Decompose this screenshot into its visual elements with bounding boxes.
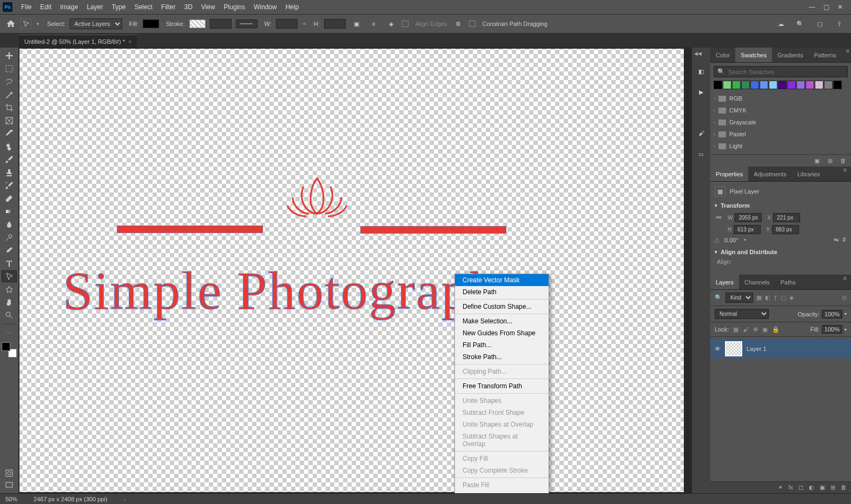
new-layer-icon[interactable]: ⊞: [830, 484, 835, 491]
height-input[interactable]: [324, 19, 346, 29]
fill-value[interactable]: 100%: [822, 325, 842, 334]
screen-mode-icon[interactable]: [2, 479, 17, 491]
transform-section-header[interactable]: ▾ Transform: [715, 202, 847, 209]
menu-3d[interactable]: 3D: [180, 3, 196, 11]
transform-y[interactable]: 883 px: [772, 225, 799, 234]
shape-bar-right[interactable]: [360, 226, 506, 234]
maximize-icon[interactable]: ▢: [823, 3, 829, 11]
menu-window[interactable]: Window: [249, 3, 281, 11]
filter-smart-icon[interactable]: ◈: [789, 294, 794, 301]
home-icon[interactable]: [5, 18, 16, 29]
context-menu-item[interactable]: Create Vector Mask: [455, 274, 549, 286]
chevron-down-icon[interactable]: ▾: [845, 311, 847, 316]
tab-adjustments[interactable]: Adjustments: [748, 167, 792, 181]
delete-layer-icon[interactable]: 🗑: [841, 484, 847, 491]
tab-patterns[interactable]: Patterns: [809, 48, 842, 62]
stroke-swatch[interactable]: [189, 19, 206, 28]
filter-type-icon[interactable]: T: [774, 295, 777, 301]
flip-vertical-icon[interactable]: ⥯: [842, 236, 847, 243]
layer-row[interactable]: 👁 Layer 1: [710, 339, 851, 359]
zoom-level[interactable]: 50%: [5, 496, 17, 502]
delete-swatch-icon[interactable]: 🗑: [839, 157, 847, 164]
blur-tool[interactable]: [2, 218, 17, 230]
swatch-color[interactable]: [723, 81, 731, 89]
healing-tool[interactable]: [2, 141, 17, 152]
search-icon[interactable]: 🔍: [794, 17, 807, 30]
menu-plugins[interactable]: Plugins: [220, 3, 249, 11]
move-tool[interactable]: [2, 50, 17, 62]
context-menu-item[interactable]: Free Transform Path: [455, 380, 549, 392]
swatch-color[interactable]: [741, 81, 750, 89]
layer-thumbnail[interactable]: [725, 341, 742, 356]
search-swatches-input[interactable]: [728, 69, 844, 75]
chevron-down-icon[interactable]: ▾: [845, 327, 847, 332]
path-arrangement-icon[interactable]: ◈: [385, 17, 398, 30]
tab-properties[interactable]: Properties: [710, 167, 748, 181]
link-dimensions-icon[interactable]: ⚯: [715, 212, 722, 223]
angle-dropdown-icon[interactable]: ▾: [744, 237, 746, 242]
fill-swatch[interactable]: [143, 19, 159, 28]
type-tool[interactable]: [2, 257, 17, 269]
brush-tool[interactable]: [2, 154, 17, 165]
pen-tool[interactable]: [2, 244, 17, 256]
menu-layer[interactable]: Layer: [82, 3, 107, 11]
color-swatches[interactable]: [2, 342, 17, 357]
stroke-style-dropdown[interactable]: [236, 19, 258, 28]
gradient-tool[interactable]: [2, 205, 17, 217]
swatch-color[interactable]: [769, 81, 777, 89]
crop-tool[interactable]: [2, 102, 17, 114]
eraser-tool[interactable]: [2, 193, 17, 204]
swatch-group[interactable]: ›Pastel: [714, 129, 848, 139]
wand-tool[interactable]: [2, 89, 17, 101]
history-panel-icon[interactable]: ◧: [696, 66, 707, 77]
tab-gradients[interactable]: Gradients: [772, 48, 809, 62]
eyedropper-tool[interactable]: [2, 128, 17, 140]
swatch-group[interactable]: ›Light: [714, 141, 848, 151]
swatch-color[interactable]: [806, 81, 814, 89]
swatch-color[interactable]: [833, 81, 842, 89]
chevron-right-icon[interactable]: ›: [123, 496, 126, 502]
link-wh-icon[interactable]: ⚭: [302, 21, 307, 28]
swatch-color[interactable]: [815, 81, 823, 89]
zoom-tool[interactable]: [2, 309, 17, 321]
shape-tool[interactable]: [2, 283, 17, 295]
quick-mask-icon[interactable]: [2, 467, 17, 479]
menu-edit[interactable]: Edit: [36, 3, 56, 11]
workspace-icon[interactable]: ▢: [813, 17, 826, 30]
document-canvas[interactable]: Simple Photography: [19, 49, 684, 492]
tab-layers[interactable]: Layers: [710, 275, 739, 289]
constrain-checkbox[interactable]: [469, 21, 476, 27]
align-section-header[interactable]: ▾ Align and Distribute: [715, 249, 847, 255]
swatch-color[interactable]: [778, 81, 787, 89]
swatch-color[interactable]: [760, 81, 768, 89]
adjustment-layer-icon[interactable]: ◐: [809, 484, 814, 491]
swatch-color[interactable]: [714, 81, 722, 89]
lock-position-icon[interactable]: ✥: [753, 326, 758, 333]
hand-tool[interactable]: [2, 296, 17, 308]
align-edges-checkbox[interactable]: [402, 21, 408, 27]
context-menu-item[interactable]: New Guides From Shape: [455, 327, 549, 339]
lotus-shape[interactable]: [279, 170, 355, 224]
panel-menu-icon[interactable]: ≡: [842, 48, 851, 62]
link-layers-icon[interactable]: ⚭: [778, 484, 783, 491]
history-brush-tool[interactable]: [2, 180, 17, 191]
swatch-color[interactable]: [732, 81, 741, 89]
transform-angle[interactable]: 0.00°: [724, 237, 738, 243]
minimize-icon[interactable]: —: [809, 3, 815, 11]
layer-style-icon[interactable]: fx: [788, 484, 793, 491]
marquee-tool[interactable]: [2, 63, 17, 75]
stroke-width-input[interactable]: [210, 19, 232, 29]
swatch-color[interactable]: [824, 81, 833, 89]
new-swatch-icon[interactable]: ⊞: [826, 157, 834, 164]
frame-tool[interactable]: [2, 115, 17, 127]
brush-settings-icon[interactable]: ⚏: [696, 148, 707, 159]
dodge-tool[interactable]: [2, 231, 17, 243]
menu-view[interactable]: View: [197, 3, 220, 11]
tab-color[interactable]: Color: [710, 48, 735, 62]
brushes-panel-icon[interactable]: 🖌: [696, 128, 707, 138]
shape-bar-left[interactable]: [117, 226, 263, 233]
menu-filter[interactable]: Filter: [157, 3, 180, 11]
tab-swatches[interactable]: Swatches: [735, 48, 772, 62]
panel-menu-icon[interactable]: ≡: [839, 167, 851, 181]
swatch-group[interactable]: ›RGB: [714, 94, 848, 103]
